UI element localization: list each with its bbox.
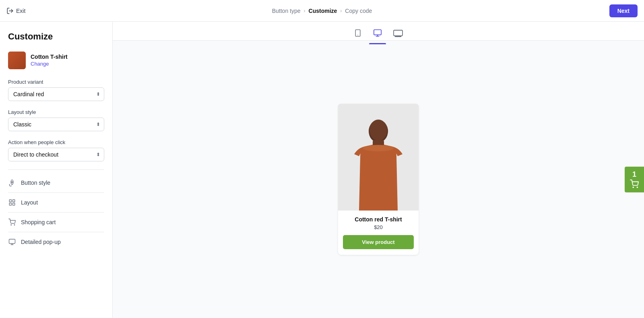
- preview-area: Cotton red T-shirt $20 View product 1: [113, 41, 644, 318]
- action-click-select[interactable]: Direct to checkout Add to cart View prod…: [8, 148, 104, 161]
- svg-rect-8: [9, 239, 15, 244]
- sidebar-item-detailed-popup[interactable]: Detailed pop-up: [8, 232, 104, 252]
- wide-icon: [393, 28, 403, 38]
- product-thumb-image: [8, 52, 26, 69]
- product-card: Cotton T-shirt Change: [8, 52, 104, 69]
- sidebar-item-button-style-label: Button style: [21, 180, 50, 186]
- exit-icon: [6, 7, 14, 14]
- layout-style-select-wrapper: Classic Minimal Card ⬍: [8, 118, 104, 131]
- exit-button[interactable]: Exit: [6, 7, 25, 14]
- exit-label: Exit: [16, 8, 25, 14]
- action-click-label: Action when people click: [8, 139, 104, 145]
- svg-point-1: [12, 182, 13, 183]
- svg-point-23: [369, 120, 387, 140]
- desktop-preview-button[interactable]: [369, 26, 386, 40]
- sidebar-item-layout-label: Layout: [21, 199, 38, 206]
- cart-badge[interactable]: 1: [625, 167, 644, 192]
- breadcrumb-step2: Customize: [309, 8, 337, 14]
- svg-rect-3: [13, 200, 15, 202]
- breadcrumb: Button type › Customize › Copy code: [272, 8, 372, 14]
- layout-style-field: Layout style Classic Minimal Card ⬍: [8, 109, 104, 131]
- popup-icon: [8, 238, 16, 246]
- svg-rect-11: [355, 30, 360, 37]
- change-product-link[interactable]: Change: [31, 61, 49, 67]
- sidebar-title: Customize: [8, 31, 104, 42]
- breadcrumb-step3: Copy code: [345, 8, 372, 14]
- view-product-button[interactable]: View product: [343, 235, 414, 249]
- svg-rect-16: [394, 30, 402, 36]
- next-button[interactable]: Next: [609, 4, 638, 17]
- cart-count: 1: [632, 171, 636, 178]
- topbar: Exit Button type › Customize › Copy code…: [0, 0, 644, 22]
- svg-rect-2: [9, 200, 11, 202]
- product-preview-price: $20: [343, 224, 414, 230]
- sidebar-item-button-style[interactable]: Button style: [8, 173, 104, 193]
- svg-rect-5: [13, 203, 15, 205]
- svg-point-25: [363, 145, 394, 151]
- sidebar-item-shopping-cart-label: Shopping cart: [21, 219, 56, 225]
- svg-point-6: [11, 225, 12, 225]
- svg-rect-13: [374, 30, 381, 35]
- product-name: Cotton T-shirt: [31, 54, 68, 60]
- layout-style-label: Layout style: [8, 109, 104, 115]
- product-preview-name: Cotton red T-shirt: [343, 216, 414, 223]
- cart-icon: [630, 180, 639, 188]
- product-info: Cotton T-shirt Change: [31, 54, 68, 67]
- rocket-icon: [8, 179, 16, 187]
- sidebar: Customize Cotton T-shirt Change Product …: [0, 22, 113, 318]
- product-variant-field: Product variant Cardinal red Navy blue F…: [8, 79, 104, 101]
- product-thumbnail: [8, 52, 26, 69]
- product-preview-image: [338, 104, 419, 211]
- product-preview-body: Cotton red T-shirt $20 View product: [338, 211, 419, 255]
- desktop-icon: [373, 29, 382, 37]
- product-preview-card: Cotton red T-shirt $20 View product: [338, 104, 419, 255]
- product-variant-label: Product variant: [8, 79, 104, 85]
- action-click-field: Action when people click Direct to check…: [8, 139, 104, 161]
- svg-point-26: [633, 187, 634, 188]
- mobile-preview-button[interactable]: [350, 27, 366, 39]
- product-variant-select-wrapper: Cardinal red Navy blue Forest green Whit…: [8, 87, 104, 101]
- sidebar-item-detailed-popup-label: Detailed pop-up: [21, 239, 61, 245]
- layout-style-select[interactable]: Classic Minimal Card: [8, 118, 104, 131]
- wide-preview-button[interactable]: [389, 26, 407, 40]
- layout-icon: [8, 198, 16, 206]
- product-image-svg: [338, 104, 419, 211]
- action-click-select-wrapper: Direct to checkout Add to cart View prod…: [8, 148, 104, 161]
- sidebar-divider: [8, 169, 104, 170]
- sidebar-item-layout[interactable]: Layout: [8, 193, 104, 213]
- breadcrumb-step1: Button type: [272, 8, 301, 14]
- product-variant-select[interactable]: Cardinal red Navy blue Forest green Whit…: [8, 87, 104, 101]
- main-layout: Customize Cotton T-shirt Change Product …: [0, 22, 644, 318]
- sidebar-item-shopping-cart[interactable]: Shopping cart: [8, 213, 104, 232]
- shopping-cart-icon: [8, 218, 16, 226]
- svg-point-7: [14, 225, 15, 225]
- svg-rect-4: [9, 203, 11, 205]
- main-content: Cotton red T-shirt $20 View product 1: [113, 22, 644, 318]
- svg-point-27: [637, 187, 638, 188]
- preview-toolbar: [113, 22, 644, 41]
- mobile-icon: [354, 29, 362, 37]
- breadcrumb-chevron-2: ›: [340, 8, 342, 14]
- breadcrumb-chevron-1: ›: [304, 8, 305, 14]
